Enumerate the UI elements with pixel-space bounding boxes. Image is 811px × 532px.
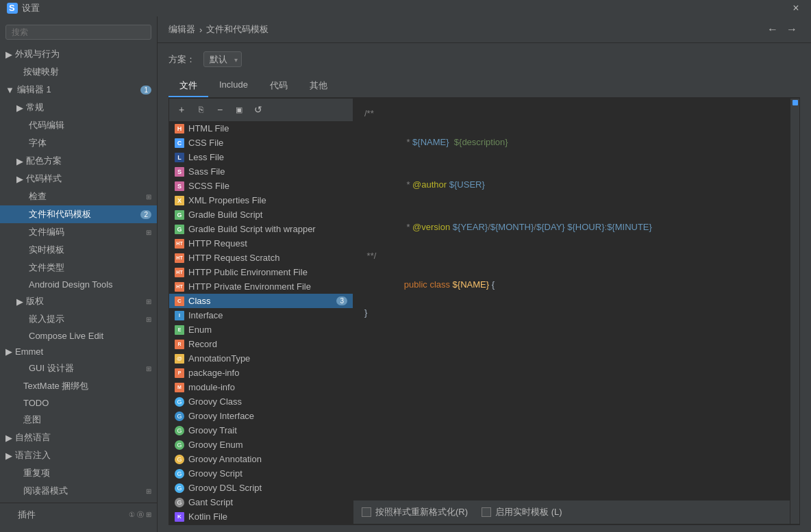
tab-files[interactable]: 文件 — [169, 75, 208, 97]
arrow-icon: ▶ — [16, 103, 23, 113]
xml-icon: X — [175, 196, 184, 205]
list-item-kotlin[interactable]: K Kotlin File — [169, 509, 353, 524]
list-item[interactable]: HT HTTP Public Environment File — [169, 265, 353, 279]
sidebar-item-intention[interactable]: 意图 — [0, 411, 157, 429]
scroll-marker — [793, 100, 798, 105]
sidebar-item-intentions[interactable]: 嵌入提示 ⊞ — [0, 310, 157, 328]
list-item-class[interactable]: C Class 3 — [169, 294, 353, 308]
sidebar-item-inspections[interactable]: 检查 ⊞ — [0, 188, 157, 205]
reformat-checkbox-label[interactable]: 按照样式重新格式化(R) — [362, 506, 468, 518]
expand-icon: ▼ — [5, 85, 14, 95]
list-item[interactable]: L Less File — [169, 150, 353, 164]
live-template-checkbox-label[interactable]: 启用实时模板 (L) — [482, 506, 562, 518]
file-list-panel: + ⎘ − ▣ ↺ H HTML File — [169, 98, 353, 524]
sidebar-item-android-design[interactable]: Android Design Tools — [0, 277, 157, 292]
java-record-icon: R — [175, 340, 184, 349]
code-line-4: * @version ${YEAR}/${MONTH}/${DAY} ${HOU… — [364, 207, 788, 249]
sidebar-item-code-style[interactable]: ▶ 代码样式 — [0, 170, 157, 188]
list-item[interactable]: G Gradle Build Script with wrapper — [169, 222, 353, 236]
list-item[interactable]: H HTML File — [169, 121, 353, 136]
tab-include[interactable]: Include — [208, 75, 259, 97]
list-item-groovy-dsl[interactable]: G Groovy DSL Script — [169, 481, 353, 495]
list-item[interactable]: HT HTTP Request Scratch — [169, 251, 353, 265]
back-button[interactable]: ← — [764, 22, 781, 37]
sidebar-item-plugins[interactable]: 插件 ① ⓐ ⊞ — [0, 503, 157, 524]
code-panel-scrollbar[interactable] — [790, 99, 799, 524]
list-item-interface[interactable]: I Interface — [169, 308, 353, 322]
tabs-bar: 文件 Include 代码 其他 — [169, 75, 800, 98]
list-item[interactable]: S SCSS File — [169, 179, 353, 193]
close-button[interactable]: × — [788, 0, 804, 16]
app-icon: S — [7, 3, 18, 14]
settings-window: S 设置 × ▶ 外观与行为 按键映射 ▼ 编辑器 1 1 — [0, 0, 811, 532]
remove-button[interactable]: − — [212, 101, 228, 118]
list-item-record[interactable]: R Record — [169, 337, 353, 351]
list-item-groovy-annotation[interactable]: G Groovy Annotation — [169, 452, 353, 466]
module-info-icon: M — [175, 383, 184, 392]
list-item-enum[interactable]: E Enum — [169, 322, 353, 337]
reformat-checkbox[interactable] — [362, 507, 371, 517]
list-item-groovy-enum[interactable]: G Groovy Enum — [169, 438, 353, 452]
sidebar-item-file-types[interactable]: 文件类型 — [0, 259, 157, 277]
live-template-checkbox[interactable] — [482, 507, 491, 517]
sidebar-item-file-encoding[interactable]: 文件编码 ⊞ — [0, 223, 157, 241]
list-item-module-info[interactable]: M module-info — [169, 380, 353, 394]
code-editor-panel: /** * ${NAME} ${description} * @author $… — [353, 98, 800, 524]
sidebar-item-appearance[interactable]: ▶ 外观与行为 — [0, 45, 157, 63]
forward-button[interactable]: → — [784, 22, 800, 37]
groovy-annotation-icon: G — [175, 455, 184, 464]
list-item[interactable]: HT HTTP Request — [169, 236, 353, 251]
sidebar-item-live-templates[interactable]: 实时模板 — [0, 241, 157, 259]
add-button[interactable]: + — [173, 101, 190, 118]
list-item-groovy-class[interactable]: G Groovy Class — [169, 394, 353, 409]
sidebar-item-repetition[interactable]: 重复项 — [0, 464, 157, 482]
sidebar-item-editor[interactable]: ▼ 编辑器 1 1 — [0, 81, 157, 99]
sidebar-item-todo[interactable]: TODO — [0, 395, 157, 411]
lower-content: + ⎘ − ▣ ↺ H HTML File — [169, 98, 800, 524]
list-item-groovy-trait[interactable]: G Groovy Trait — [169, 423, 353, 438]
reset-button[interactable]: ↺ — [250, 101, 266, 118]
file-list-toolbar: + ⎘ − ▣ ↺ — [169, 99, 353, 121]
list-item-groovy-script[interactable]: G Groovy Script — [169, 466, 353, 481]
sidebar-item-copyright[interactable]: ▶ 版权 ⊞ — [0, 292, 157, 310]
list-item-annotation[interactable]: @ AnnotationType — [169, 351, 353, 366]
list-item-package-info[interactable]: P package-info — [169, 366, 353, 380]
sidebar-item-gui-designer[interactable]: GUI 设计器 ⊞ — [0, 359, 157, 377]
list-item[interactable]: X XML Properties File — [169, 193, 353, 207]
code-editor[interactable]: /** * ${NAME} ${description} * @author $… — [353, 99, 799, 500]
tab-other[interactable]: 其他 — [299, 75, 338, 97]
sidebar-item-keymap[interactable]: 按键映射 — [0, 63, 157, 81]
list-item[interactable]: C CSS File — [169, 136, 353, 150]
sidebar-item-font[interactable]: 字体 — [0, 134, 157, 152]
list-item-gant[interactable]: G Gant Script — [169, 495, 353, 509]
sidebar-item-color-scheme[interactable]: ▶ 配色方案 — [0, 152, 157, 170]
sidebar-item-reader-mode[interactable]: 阅读器模式 ⊞ — [0, 482, 157, 500]
breadcrumb-navigation: ← → — [764, 22, 800, 37]
scheme-selector[interactable]: 默认 — [203, 51, 242, 67]
sidebar-item-emmet[interactable]: ▶ Emmet — [0, 344, 157, 359]
expand-icon: ▶ — [5, 451, 12, 461]
sidebar: ▶ 外观与行为 按键映射 ▼ 编辑器 1 1 ▶ 常规 代码编辑 — [0, 16, 158, 532]
sidebar-item-textmate[interactable]: TextMate 捆绑包 — [0, 377, 157, 395]
code-panel-options: 按照样式重新格式化(R) 启用实时模板 (L) — [353, 500, 799, 524]
sidebar-item-lang-injection[interactable]: ▶ 语言注入 — [0, 446, 157, 464]
list-item[interactable]: G Gradle Build Script — [169, 207, 353, 222]
sidebar-search-input[interactable] — [5, 25, 151, 40]
sidebar-item-general[interactable]: ▶ 常规 — [0, 99, 157, 116]
list-item-groovy-interface[interactable]: G Groovy Interface — [169, 409, 353, 423]
tab-code[interactable]: 代码 — [259, 75, 299, 97]
code-line-3: * @author ${USER} — [364, 164, 788, 206]
http-pub-icon: HT — [175, 268, 184, 277]
sidebar-item-code-editing[interactable]: 代码编辑 — [0, 116, 157, 134]
copy-button[interactable]: ⎘ — [192, 101, 209, 118]
sidebar-item-natural-lang[interactable]: ▶ 自然语言 — [0, 429, 157, 446]
list-item[interactable]: S Sass File — [169, 164, 353, 179]
http-scratch-icon: HT — [175, 253, 184, 263]
gradle-icon: G — [175, 210, 184, 220]
list-item[interactable]: HT HTTP Private Environment File — [169, 279, 353, 294]
scheme-select-input[interactable]: 默认 — [203, 51, 242, 67]
code-line-6: public class ${NAME} { — [364, 264, 788, 306]
sidebar-item-compose-live[interactable]: Compose Live Edit — [0, 328, 157, 344]
sidebar-item-file-templates[interactable]: 文件和代码模板 2 — [0, 205, 157, 223]
duplicate-button[interactable]: ▣ — [231, 101, 247, 118]
